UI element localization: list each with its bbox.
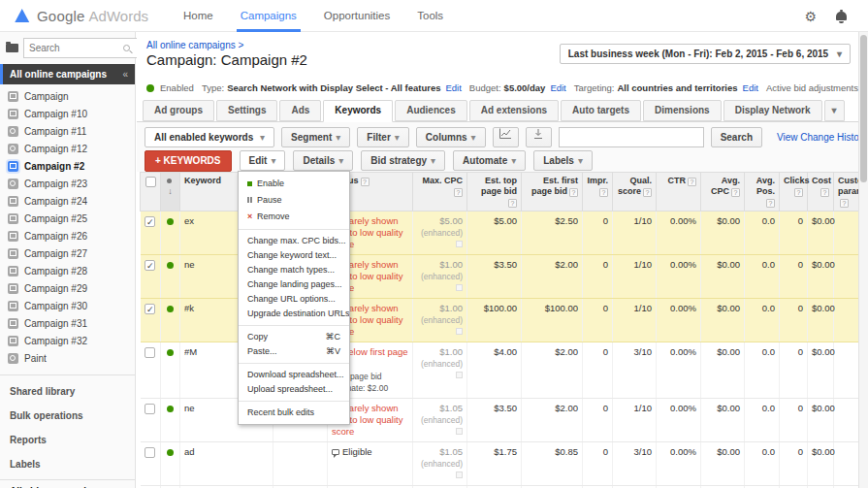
collapse-icon[interactable]: « (122, 69, 128, 80)
menu-item-change-url-options[interactable]: Change URL options... (239, 292, 349, 307)
help-icon[interactable]: ? (454, 188, 463, 197)
nav-home[interactable]: Home (170, 0, 227, 32)
help-icon[interactable]: ? (688, 178, 696, 186)
sidebar-campaign-campaign-32[interactable]: Campaign #32 (0, 332, 135, 349)
sidebar-campaign-campaign-31[interactable]: Campaign #31 (0, 314, 135, 332)
column-header-avg-pos[interactable]: Avg. Pos.? (745, 173, 780, 211)
help-icon[interactable]: ? (643, 188, 652, 197)
menu-item-change-keyword-text[interactable]: Change keyword text... (239, 248, 349, 263)
column-header-clicks[interactable]: Clicks? (780, 173, 808, 211)
segment-dropdown[interactable]: Segment▾ (281, 127, 350, 147)
help-icon[interactable]: ? (599, 188, 608, 197)
menu-item-recent-bulk-edits[interactable]: Recent bulk edits (239, 406, 349, 420)
bid-strategy-dropdown[interactable]: Bid strategy▾ (361, 150, 445, 171)
search-button[interactable]: Search (711, 127, 762, 147)
menu-item-upload-spreadsheet[interactable]: Upload spreadsheet... (239, 382, 349, 397)
max-cpc-cell[interactable]: $5.00(enhanced) (413, 211, 467, 255)
max-cpc-cell[interactable]: $1.00(enhanced) (413, 342, 467, 399)
notification-bell-icon[interactable] (836, 12, 847, 20)
menu-item-change-match-types[interactable]: Change match types... (239, 263, 349, 277)
sidebar-item-reports[interactable]: Reports (0, 428, 135, 452)
breadcrumb-link[interactable]: All online campaigns (146, 40, 236, 50)
tab-ads[interactable]: Ads (279, 100, 321, 121)
sidebar-item-bulk-operations[interactable]: Bulk operations (0, 404, 135, 428)
edit-link[interactable]: Edit (743, 82, 758, 93)
date-range-selector[interactable]: Last business week (Mon - Fri): Feb 2, 2… (560, 44, 851, 64)
columns-dropdown[interactable]: Columns▾ (416, 127, 486, 147)
row-checkbox[interactable] (145, 447, 155, 458)
column-header-est-top-page-bid[interactable]: Est. top page bid? (467, 173, 522, 211)
menu-item-pause[interactable]: Pause (239, 192, 349, 209)
view-selector-dropdown[interactable]: All enabled keywords ▾ (145, 127, 274, 147)
nav-opportunities[interactable]: Opportunities (310, 0, 403, 32)
keyword-search-input[interactable] (559, 127, 704, 147)
tab-ad-groups[interactable]: Ad groups (143, 100, 214, 121)
select-all-checkbox[interactable] (145, 177, 156, 187)
tab-dimensions[interactable]: Dimensions (643, 100, 722, 121)
scrollbar-thumb[interactable] (860, 35, 867, 182)
row-checkbox[interactable]: ✓ (145, 304, 155, 314)
download-button[interactable] (526, 127, 552, 147)
sidebar-campaign-campaign-11[interactable]: Campaign #11 (0, 122, 135, 140)
row-checkbox[interactable] (145, 347, 155, 358)
sidebar-campaign-campaign-2[interactable]: Campaign #2 (0, 157, 135, 175)
tab-ad-extensions[interactable]: Ad extensions (469, 100, 559, 121)
sidebar-campaign-campaign-29[interactable]: Campaign #29 (0, 279, 135, 297)
column-header-cost[interactable]: Cost? (808, 173, 834, 211)
menu-item-upgrade-destination-urls[interactable]: Upgrade destination URLs... (239, 307, 349, 321)
gear-icon[interactable]: ⚙ (804, 10, 817, 23)
status-dot-column-header[interactable]: ↓ (161, 173, 180, 211)
nav-campaigns[interactable]: Campaigns (227, 0, 310, 32)
sidebar-campaign-campaign-10[interactable]: Campaign #10 (0, 105, 135, 122)
help-icon[interactable]: ? (840, 199, 849, 208)
filter-dropdown[interactable]: Filter▾ (357, 127, 408, 147)
menu-item-change-max-cpc-bids[interactable]: Change max. CPC bids... (239, 234, 349, 248)
automate-dropdown[interactable]: Automate▾ (453, 150, 526, 171)
sidebar-panel-title[interactable]: All online campaigns « (0, 64, 135, 84)
breadcrumb[interactable]: All online campaigns > (146, 40, 243, 50)
select-all-checkbox-header[interactable] (141, 173, 161, 211)
menu-item-paste[interactable]: Paste...⌘V (239, 344, 349, 359)
help-icon[interactable]: ? (794, 188, 803, 197)
column-header-est-first-page-bid[interactable]: Est. first page bid? (522, 173, 583, 211)
sidebar-campaign-campaign-25[interactable]: Campaign #25 (0, 210, 135, 227)
sidebar-search-input[interactable] (23, 38, 138, 58)
help-icon[interactable]: ? (569, 188, 578, 197)
tab-audiences[interactable]: Audiences (395, 100, 467, 121)
sidebar-item-labels[interactable]: Labels (0, 452, 135, 476)
details-dropdown[interactable]: Details▾ (293, 150, 353, 171)
sidebar-campaign-campaign-24[interactable]: Campaign #24 (0, 192, 135, 210)
sidebar-campaign-campaign-23[interactable]: Campaign #23 (0, 175, 135, 192)
column-header-avg-cpc[interactable]: Avg. CPC? (701, 173, 745, 211)
menu-item-download-spreadsheet[interactable]: Download spreadsheet... (239, 368, 349, 382)
help-icon[interactable]: ? (361, 178, 370, 186)
row-checkbox[interactable]: ✓ (145, 216, 155, 227)
add-keywords-button[interactable]: + KEYWORDS (145, 150, 232, 172)
edit-link[interactable]: Edit (550, 82, 565, 93)
graph-button[interactable] (493, 127, 519, 147)
column-header-ctr[interactable]: CTR? (657, 173, 701, 211)
sidebar-campaign-campaign-12[interactable]: Campaign #12 (0, 140, 135, 157)
vertical-scrollbar[interactable] (858, 32, 868, 488)
sidebar-item-all-video-campaigns[interactable]: All video campaigns (0, 479, 135, 488)
sidebar-campaign-campaign-30[interactable]: Campaign #30 (0, 297, 135, 314)
help-icon[interactable]: ? (820, 188, 829, 197)
tab-display-network[interactable]: Display Network (723, 100, 822, 121)
sidebar-campaign-campaign-27[interactable]: Campaign #27 (0, 244, 135, 262)
folder-icon[interactable] (6, 44, 18, 52)
view-change-history-link[interactable]: View Change History (777, 132, 867, 143)
max-cpc-cell[interactable]: $1.00(enhanced) (413, 299, 467, 342)
sidebar-item-shared-library[interactable]: Shared library (0, 379, 135, 404)
row-checkbox[interactable]: ✓ (145, 260, 155, 271)
sidebar-campaign-campaign[interactable]: Campaign (0, 87, 135, 105)
sidebar-campaign-campaign-26[interactable]: Campaign #26 (0, 227, 135, 244)
help-icon[interactable]: ? (508, 199, 517, 208)
sidebar-campaign-campaign-28[interactable]: Campaign #28 (0, 262, 135, 279)
nav-tools[interactable]: Tools (403, 0, 457, 32)
menu-item-remove[interactable]: ×Remove (239, 209, 349, 225)
tab-auto-targets[interactable]: Auto targets (561, 100, 641, 121)
max-cpc-cell[interactable]: $1.00(enhanced) (413, 255, 467, 299)
column-header-max-cpc[interactable]: Max. CPC? (413, 173, 467, 211)
edit-link[interactable]: Edit (445, 82, 461, 93)
help-icon[interactable]: ? (766, 199, 775, 208)
